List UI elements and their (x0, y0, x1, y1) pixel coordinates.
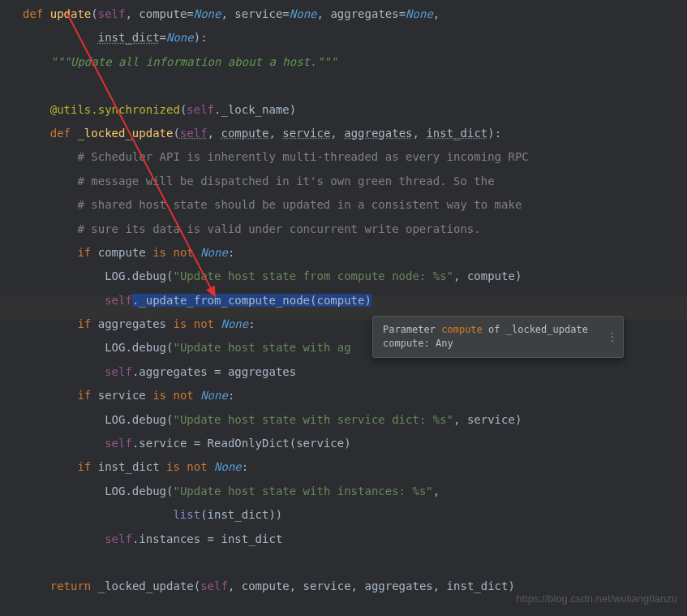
code-line[interactable]: list(inst_dict)) (23, 503, 687, 527)
code-line[interactable]: if inst_dict is not None: (23, 455, 687, 479)
code-line[interactable]: inst_dict=None): (23, 26, 687, 50)
code-line[interactable]: LOG.debug("Update host state with servic… (23, 408, 687, 432)
more-icon[interactable]: ⋮ (608, 330, 618, 343)
tooltip-line: Parameter compute of _locked_update (383, 323, 613, 337)
code-line[interactable]: self._update_from_compute_node(compute) (23, 289, 687, 312)
code-line[interactable]: # sure its data is valid under concurren… (23, 218, 687, 241)
code-line[interactable]: """Update all information about a host."… (23, 50, 687, 74)
code-line[interactable]: self.service = ReadOnlyDict(service) (23, 432, 687, 455)
code-line[interactable]: if service is not None: (23, 384, 687, 407)
code-line[interactable]: def update(self, compute=None, service=N… (23, 2, 687, 26)
code-line[interactable] (23, 74, 687, 97)
code-line[interactable]: # shared host state should be updated in… (23, 193, 687, 217)
code-line[interactable] (23, 551, 687, 575)
code-line[interactable]: # message will be dispatched in it's own… (23, 170, 687, 193)
tooltip-line: compute: Any (383, 337, 613, 351)
code-line[interactable]: LOG.debug("Update host state with instan… (23, 480, 687, 503)
code-line[interactable]: LOG.debug("Update host state from comput… (23, 265, 687, 288)
code-line[interactable]: # Scheduler API is inherently multi-thre… (23, 145, 687, 169)
code-line[interactable]: @utils.synchronized(self._lock_name) (23, 98, 687, 122)
code-line[interactable]: self.aggregates = aggregates (23, 360, 687, 384)
code-line[interactable]: self.instances = inst_dict (23, 528, 687, 551)
code-line[interactable]: if compute is not None: (23, 241, 687, 265)
code-editor[interactable]: def update(self, compute=None, service=N… (0, 2, 687, 599)
parameter-info-tooltip: Parameter compute of _locked_update comp… (372, 316, 624, 358)
watermark: https://blog.csdn.net/wuliangtianzu (516, 588, 677, 610)
code-line[interactable]: def _locked_update(self, compute, servic… (23, 122, 687, 145)
